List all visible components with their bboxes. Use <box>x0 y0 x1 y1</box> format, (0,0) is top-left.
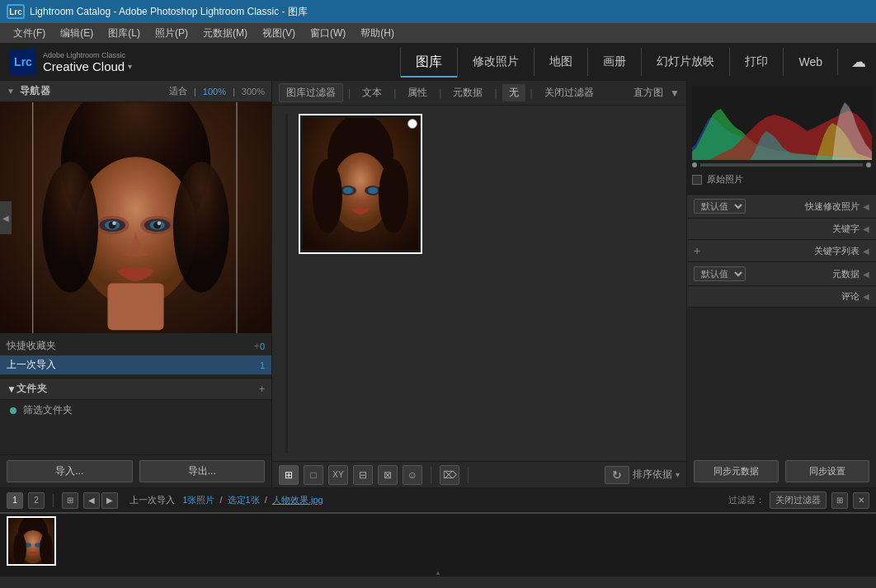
filmstrip-thumb-svg <box>8 518 56 566</box>
metadata-header[interactable]: 默认值 元数据 ◀ <box>687 262 876 285</box>
sync-settings-button[interactable]: 同步设置 <box>785 460 870 482</box>
keywords-expand-icon[interactable]: ◀ <box>863 224 869 233</box>
filmstrip-page2[interactable]: 2 <box>28 492 45 509</box>
menu-metadata[interactable]: 元数据(M) <box>196 25 254 42</box>
svg-point-32 <box>13 533 26 566</box>
menu-photo[interactable]: 照片(P) <box>148 25 195 42</box>
zoom-100[interactable]: 100% <box>203 87 226 96</box>
keyword-list-expand-icon[interactable]: ◀ <box>863 247 869 256</box>
cloud-icon[interactable]: ☁ <box>851 53 866 71</box>
filmstrip-prev[interactable]: ◀ <box>83 492 100 509</box>
filter-sep4: | <box>494 87 497 99</box>
zoom-300[interactable]: 300% <box>242 87 265 96</box>
folders-collapse-icon[interactable]: ▼ <box>7 383 16 395</box>
menu-window[interactable]: 窗口(W) <box>304 25 352 42</box>
histogram-collapse-icon[interactable]: ▼ <box>670 87 680 99</box>
filmstrip-grid-icon[interactable]: ⊞ <box>62 492 78 509</box>
histogram-svg <box>692 86 872 160</box>
orig-photo-label: 原始照片 <box>707 173 743 186</box>
filter-sep3: | <box>439 87 441 99</box>
keywords-header[interactable]: 关键字 ◀ <box>687 219 876 239</box>
toolbar-loupe-btn[interactable]: □ <box>304 465 323 485</box>
tab-print[interactable]: 打印 <box>730 48 784 76</box>
toolbar-multi-btn[interactable]: ⊟ <box>353 465 373 485</box>
filmstrip-next[interactable]: ▶ <box>101 492 118 509</box>
keyword-list-title: 关键字列表 <box>704 245 860 257</box>
menu-file[interactable]: 文件(F) <box>7 25 52 42</box>
filter-label[interactable]: 图库过滤器 <box>279 83 343 102</box>
toolbar-compare-btn[interactable]: XY <box>328 465 348 485</box>
tab-web[interactable]: Web <box>784 49 838 75</box>
menu-library[interactable]: 图库(L) <box>101 25 147 42</box>
toolbar-delete-btn[interactable]: ⌦ <box>440 465 459 485</box>
import-export: 导入... 导出... <box>0 454 271 487</box>
preview-portrait-svg <box>0 102 271 333</box>
menu-help[interactable]: 帮助(H) <box>354 25 401 42</box>
metadata-section: 默认值 元数据 ◀ <box>687 262 876 286</box>
hist-slider-track[interactable] <box>700 163 863 167</box>
bottom-expand[interactable]: ▲ <box>0 568 876 576</box>
tab-slideshow[interactable]: 幻灯片放映 <box>642 48 730 76</box>
right-panel: 原始照片 默认值 快速修改照片 ◀ 关键字 ◀ + 关键字列表 <box>686 81 876 487</box>
sort-cycle-icon[interactable]: ↻ <box>605 466 629 484</box>
comments-header[interactable]: 评论 ◀ <box>687 286 876 307</box>
quick-collections-item[interactable]: 快捷收藏夹 + 0 <box>0 336 271 355</box>
filter-status-badge[interactable]: 关闭过滤器 <box>770 492 827 509</box>
filter-none[interactable]: 无 <box>502 84 525 101</box>
metadata-expand-icon[interactable]: ◀ <box>863 270 869 279</box>
folder-item[interactable]: 筛选文件夹 <box>0 400 271 421</box>
tab-develop[interactable]: 修改照片 <box>458 48 535 76</box>
export-button[interactable]: 导出... <box>139 460 266 482</box>
quick-develop-header[interactable]: 默认值 快速修改照片 ◀ <box>687 195 876 218</box>
keyword-list-header[interactable]: + 关键字列表 ◀ <box>687 240 876 261</box>
lrc-logo: Lrc <box>10 49 36 75</box>
toolbar-survey-btn[interactable]: ⊠ <box>378 465 398 485</box>
orig-photo-checkbox[interactable] <box>692 175 702 185</box>
fit-control[interactable]: 适合 <box>169 85 187 97</box>
grid-item-1[interactable] <box>299 114 422 254</box>
sync-metadata-button[interactable]: 同步元数据 <box>694 460 779 482</box>
sort-controls: ↻ 排序依据 ▾ <box>605 466 680 484</box>
breadcrumb-filename[interactable]: 人物效果.jpg <box>272 495 323 505</box>
svg-point-33 <box>40 533 53 566</box>
left-panel-collapse-arrow[interactable]: ◀ <box>0 201 12 234</box>
sort-label[interactable]: 排序依据 <box>633 468 672 482</box>
top-nav: Lrc Adobe Lightroom Classic Creative Clo… <box>0 43 876 81</box>
menu-view[interactable]: 视图(V) <box>256 25 302 42</box>
filter-close-btn[interactable]: ✕ <box>853 492 869 509</box>
toolbar-face-btn[interactable]: ☺ <box>403 465 422 485</box>
hist-slider-left-dot[interactable] <box>692 162 697 167</box>
filter-options-btn[interactable]: ⊞ <box>831 492 848 509</box>
filmstrip-thumb-1[interactable] <box>7 516 56 566</box>
quick-develop-expand-icon[interactable]: ◀ <box>863 202 869 211</box>
metadata-preset[interactable]: 默认值 <box>694 266 746 281</box>
quick-develop-preset[interactable]: 默认值 <box>694 199 746 214</box>
quick-collections-count: 0 <box>260 341 265 351</box>
filmstrip <box>0 512 876 568</box>
folders-plus[interactable]: + <box>259 383 265 395</box>
menu-edit[interactable]: 编辑(E) <box>54 25 100 42</box>
navigator-controls: 适合 | 100% | 300% <box>169 85 265 97</box>
filmstrip-sep <box>53 494 54 507</box>
filter-close[interactable]: 关闭过滤器 <box>538 84 600 101</box>
last-import-item[interactable]: 上一次导入 1 <box>0 355 271 374</box>
import-button[interactable]: 导入... <box>7 460 133 482</box>
keyword-list-plus[interactable]: + <box>694 244 700 257</box>
filter-bar: 图库过滤器 | 文本 | 属性 | 元数据 | 无 | 关闭过滤器 直方图 ▼ <box>272 81 686 106</box>
filter-text[interactable]: 文本 <box>356 84 389 101</box>
navigator-collapse-icon[interactable]: ▼ <box>7 87 15 96</box>
toolbar-grid-btn[interactable]: ⊞ <box>279 465 299 485</box>
tab-library[interactable]: 图库 <box>400 47 458 78</box>
tab-book[interactable]: 画册 <box>588 48 642 76</box>
sort-dropdown-icon[interactable]: ▾ <box>676 470 680 479</box>
comments-expand-icon[interactable]: ◀ <box>863 292 869 301</box>
grid-area[interactable] <box>272 106 686 461</box>
toolbar-sep2 <box>468 467 469 483</box>
filter-attr[interactable]: 属性 <box>401 84 434 101</box>
tab-map[interactable]: 地图 <box>535 48 588 76</box>
brand-dropdown-icon[interactable]: ▾ <box>128 62 132 71</box>
quick-collections-plus[interactable]: + <box>254 341 260 352</box>
filter-meta[interactable]: 元数据 <box>446 84 489 101</box>
hist-slider-right-dot[interactable] <box>866 162 871 167</box>
filmstrip-page1[interactable]: 1 <box>7 492 23 509</box>
